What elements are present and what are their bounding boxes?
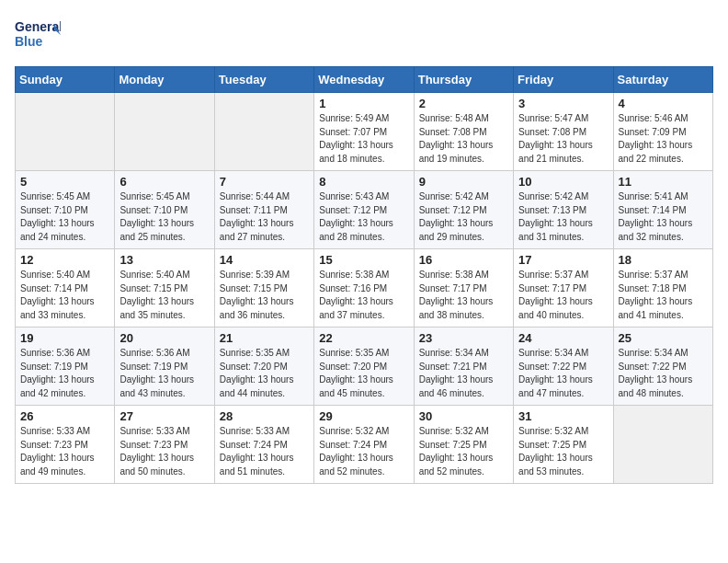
- day-info: Sunrise: 5:33 AM Sunset: 7:23 PM Dayligh…: [119, 425, 209, 478]
- day-number: 16: [419, 253, 508, 267]
- day-number: 23: [419, 331, 508, 345]
- day-number: 5: [20, 175, 109, 189]
- weekday-header: Sunday: [16, 67, 115, 93]
- weekday-header: Wednesday: [314, 67, 414, 93]
- day-number: 6: [119, 175, 209, 189]
- calendar-day-cell: 12Sunrise: 5:40 AM Sunset: 7:14 PM Dayli…: [16, 249, 115, 327]
- day-number: 26: [20, 409, 109, 423]
- calendar-day-cell: [613, 406, 712, 484]
- calendar-day-cell: 18Sunrise: 5:37 AM Sunset: 7:18 PM Dayli…: [613, 249, 712, 327]
- day-number: 24: [518, 331, 608, 345]
- day-number: 4: [619, 97, 708, 110]
- day-info: Sunrise: 5:42 AM Sunset: 7:13 PM Dayligh…: [518, 190, 608, 244]
- day-info: Sunrise: 5:36 AM Sunset: 7:19 PM Dayligh…: [119, 347, 209, 400]
- calendar-day-cell: 15Sunrise: 5:38 AM Sunset: 7:16 PM Dayli…: [314, 249, 414, 327]
- day-info: Sunrise: 5:45 AM Sunset: 7:10 PM Dayligh…: [119, 190, 209, 244]
- day-number: 25: [619, 331, 708, 345]
- calendar-week-row: 26Sunrise: 5:33 AM Sunset: 7:23 PM Dayli…: [16, 406, 713, 484]
- calendar-day-cell: 26Sunrise: 5:33 AM Sunset: 7:23 PM Dayli…: [16, 406, 115, 484]
- day-number: 12: [20, 253, 109, 267]
- day-number: 22: [319, 331, 408, 345]
- calendar-day-cell: 31Sunrise: 5:32 AM Sunset: 7:25 PM Dayli…: [514, 406, 613, 484]
- day-info: Sunrise: 5:38 AM Sunset: 7:16 PM Dayligh…: [319, 269, 408, 322]
- calendar-week-row: 19Sunrise: 5:36 AM Sunset: 7:19 PM Dayli…: [16, 327, 713, 406]
- calendar-day-cell: 22Sunrise: 5:35 AM Sunset: 7:20 PM Dayli…: [314, 327, 414, 406]
- day-info: Sunrise: 5:35 AM Sunset: 7:20 PM Dayligh…: [319, 347, 408, 400]
- calendar-day-cell: 2Sunrise: 5:48 AM Sunset: 7:08 PM Daylig…: [414, 93, 513, 171]
- day-info: Sunrise: 5:44 AM Sunset: 7:11 PM Dayligh…: [220, 190, 309, 244]
- day-number: 14: [220, 253, 309, 267]
- calendar-day-cell: [115, 93, 214, 171]
- calendar-day-cell: 29Sunrise: 5:32 AM Sunset: 7:24 PM Dayli…: [314, 406, 414, 484]
- svg-text:Blue: Blue: [15, 34, 43, 49]
- day-info: Sunrise: 5:34 AM Sunset: 7:22 PM Dayligh…: [518, 347, 608, 400]
- calendar-day-cell: 13Sunrise: 5:40 AM Sunset: 7:15 PM Dayli…: [115, 249, 214, 327]
- day-info: Sunrise: 5:39 AM Sunset: 7:15 PM Dayligh…: [220, 269, 309, 322]
- day-info: Sunrise: 5:46 AM Sunset: 7:09 PM Dayligh…: [619, 112, 708, 166]
- day-number: 3: [518, 97, 608, 110]
- day-info: Sunrise: 5:45 AM Sunset: 7:10 PM Dayligh…: [20, 190, 109, 244]
- day-info: Sunrise: 5:32 AM Sunset: 7:24 PM Dayligh…: [319, 425, 408, 478]
- calendar-day-cell: 1Sunrise: 5:49 AM Sunset: 7:07 PM Daylig…: [314, 93, 414, 171]
- day-number: 31: [518, 409, 608, 423]
- calendar-day-cell: 20Sunrise: 5:36 AM Sunset: 7:19 PM Dayli…: [115, 327, 214, 406]
- day-number: 7: [220, 175, 309, 189]
- day-info: Sunrise: 5:32 AM Sunset: 7:25 PM Dayligh…: [419, 425, 508, 478]
- day-number: 29: [319, 409, 408, 423]
- calendar-day-cell: 7Sunrise: 5:44 AM Sunset: 7:11 PM Daylig…: [214, 171, 313, 249]
- calendar-day-cell: 27Sunrise: 5:33 AM Sunset: 7:23 PM Dayli…: [115, 406, 214, 484]
- day-number: 2: [419, 97, 508, 110]
- day-info: Sunrise: 5:49 AM Sunset: 7:07 PM Dayligh…: [319, 112, 408, 166]
- day-number: 18: [619, 253, 708, 267]
- day-number: 1: [319, 97, 408, 110]
- day-number: 27: [119, 409, 209, 423]
- day-info: Sunrise: 5:37 AM Sunset: 7:18 PM Dayligh…: [619, 269, 708, 322]
- calendar-day-cell: 5Sunrise: 5:45 AM Sunset: 7:10 PM Daylig…: [16, 171, 115, 249]
- day-number: 13: [119, 253, 209, 267]
- calendar-day-cell: 9Sunrise: 5:42 AM Sunset: 7:12 PM Daylig…: [414, 171, 513, 249]
- day-info: Sunrise: 5:37 AM Sunset: 7:17 PM Dayligh…: [518, 269, 608, 322]
- calendar-table: SundayMondayTuesdayWednesdayThursdayFrid…: [15, 66, 713, 484]
- day-number: 11: [619, 175, 708, 189]
- day-info: Sunrise: 5:40 AM Sunset: 7:14 PM Dayligh…: [20, 269, 109, 322]
- day-number: 15: [319, 253, 408, 267]
- calendar-day-cell: 10Sunrise: 5:42 AM Sunset: 7:13 PM Dayli…: [514, 171, 613, 249]
- calendar-day-cell: 19Sunrise: 5:36 AM Sunset: 7:19 PM Dayli…: [16, 327, 115, 406]
- day-info: Sunrise: 5:34 AM Sunset: 7:22 PM Dayligh…: [619, 347, 708, 400]
- day-number: 8: [319, 175, 408, 189]
- day-info: Sunrise: 5:41 AM Sunset: 7:14 PM Dayligh…: [619, 190, 708, 244]
- svg-text:General: General: [15, 19, 61, 34]
- day-number: 21: [220, 331, 309, 345]
- day-number: 9: [419, 175, 508, 189]
- weekday-header: Saturday: [613, 67, 712, 93]
- weekday-header: Friday: [514, 67, 613, 93]
- calendar-day-cell: 17Sunrise: 5:37 AM Sunset: 7:17 PM Dayli…: [514, 249, 613, 327]
- calendar-week-row: 1Sunrise: 5:49 AM Sunset: 7:07 PM Daylig…: [16, 93, 713, 171]
- day-info: Sunrise: 5:36 AM Sunset: 7:19 PM Dayligh…: [20, 347, 109, 400]
- day-info: Sunrise: 5:33 AM Sunset: 7:24 PM Dayligh…: [220, 425, 309, 478]
- calendar-day-cell: 25Sunrise: 5:34 AM Sunset: 7:22 PM Dayli…: [613, 327, 712, 406]
- calendar-week-row: 5Sunrise: 5:45 AM Sunset: 7:10 PM Daylig…: [16, 171, 713, 249]
- calendar-day-cell: 14Sunrise: 5:39 AM Sunset: 7:15 PM Dayli…: [214, 249, 313, 327]
- weekday-header: Thursday: [414, 67, 513, 93]
- weekday-header: Monday: [115, 67, 214, 93]
- calendar-day-cell: 11Sunrise: 5:41 AM Sunset: 7:14 PM Dayli…: [613, 171, 712, 249]
- calendar-header-row: SundayMondayTuesdayWednesdayThursdayFrid…: [16, 67, 713, 93]
- calendar-day-cell: 21Sunrise: 5:35 AM Sunset: 7:20 PM Dayli…: [214, 327, 313, 406]
- day-info: Sunrise: 5:47 AM Sunset: 7:08 PM Dayligh…: [518, 112, 608, 166]
- calendar-day-cell: 23Sunrise: 5:34 AM Sunset: 7:21 PM Dayli…: [414, 327, 513, 406]
- calendar-day-cell: 16Sunrise: 5:38 AM Sunset: 7:17 PM Dayli…: [414, 249, 513, 327]
- calendar-day-cell: 6Sunrise: 5:45 AM Sunset: 7:10 PM Daylig…: [115, 171, 214, 249]
- logo-svg: General Blue: [15, 15, 61, 55]
- calendar-day-cell: [16, 93, 115, 171]
- calendar-day-cell: 28Sunrise: 5:33 AM Sunset: 7:24 PM Dayli…: [214, 406, 313, 484]
- day-info: Sunrise: 5:32 AM Sunset: 7:25 PM Dayligh…: [518, 425, 608, 478]
- calendar-day-cell: 24Sunrise: 5:34 AM Sunset: 7:22 PM Dayli…: [514, 327, 613, 406]
- page-header: General Blue: [15, 15, 713, 55]
- day-number: 30: [419, 409, 508, 423]
- calendar-day-cell: 4Sunrise: 5:46 AM Sunset: 7:09 PM Daylig…: [613, 93, 712, 171]
- calendar-day-cell: 3Sunrise: 5:47 AM Sunset: 7:08 PM Daylig…: [514, 93, 613, 171]
- day-info: Sunrise: 5:42 AM Sunset: 7:12 PM Dayligh…: [419, 190, 508, 244]
- calendar-day-cell: 30Sunrise: 5:32 AM Sunset: 7:25 PM Dayli…: [414, 406, 513, 484]
- calendar-day-cell: 8Sunrise: 5:43 AM Sunset: 7:12 PM Daylig…: [314, 171, 414, 249]
